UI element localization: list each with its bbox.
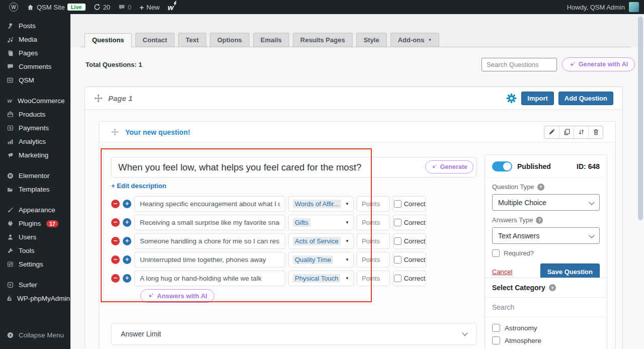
answer-text-input[interactable] <box>134 252 285 268</box>
sidebar-item-pages[interactable]: Pages <box>0 46 70 60</box>
remove-answer-button[interactable]: − <box>111 218 120 227</box>
scrollbar-thumb[interactable] <box>638 17 643 220</box>
remove-answer-button[interactable]: − <box>111 237 120 245</box>
correct-checkbox[interactable] <box>394 275 401 282</box>
points-input[interactable] <box>357 215 390 230</box>
tab-style[interactable]: Style <box>356 33 387 47</box>
generate-with-ai-button[interactable]: Generate with AI <box>562 57 635 71</box>
answer-text-input[interactable] <box>134 196 285 212</box>
sidebar-item-comments[interactable]: Comments <box>0 60 70 73</box>
answer-text-input[interactable] <box>134 271 285 286</box>
add-answer-button[interactable]: + <box>123 274 131 283</box>
howdy-greeting[interactable]: Howdy, QSM Admin <box>567 4 625 11</box>
sidebar-item-marketing[interactable]: Marketing <box>0 148 70 162</box>
avatar[interactable] <box>629 2 639 12</box>
points-input[interactable] <box>357 252 390 268</box>
tab-contact[interactable]: Contact <box>135 33 175 47</box>
help-icon[interactable]: ? <box>536 217 543 224</box>
correct-answer-toggle[interactable]: Correct <box>393 215 426 230</box>
tab-add-ons[interactable]: Add-ons▼ <box>390 33 440 47</box>
answer-text-input[interactable] <box>134 215 285 230</box>
edit-description-link[interactable]: + Edit description <box>111 182 166 190</box>
category-option[interactable]: Astronomy <box>492 324 600 332</box>
correct-answer-toggle[interactable]: Correct <box>393 271 426 286</box>
answer-limit-section[interactable]: Answer Limit <box>111 323 476 345</box>
import-button[interactable]: Import <box>521 92 553 105</box>
correct-checkbox[interactable] <box>394 237 401 245</box>
points-input[interactable] <box>357 196 390 212</box>
comments-menu[interactable]: 0 <box>114 0 135 14</box>
sidebar-item-settings[interactable]: Settings <box>0 257 70 271</box>
sidebar-item-qsm[interactable]: QSM <box>0 73 70 87</box>
answer-category-dropdown[interactable]: Gifts▼ <box>288 215 354 230</box>
tab-results-pages[interactable]: Results Pages <box>293 33 353 47</box>
add-answer-button[interactable]: + <box>123 200 131 208</box>
wordpress-logo-icon[interactable]: W <box>5 0 22 14</box>
question-type-select[interactable]: Multiple Choice <box>492 194 600 211</box>
category-checkbox[interactable] <box>492 324 500 332</box>
search-questions-input[interactable] <box>481 58 557 71</box>
answer-category-dropdown[interactable]: Physical Touch▼ <box>288 271 354 286</box>
sidebar-item-users[interactable]: Users <box>0 230 70 244</box>
tab-options[interactable]: Options <box>210 33 250 47</box>
sidebar-item-analytics[interactable]: Analytics <box>0 135 70 148</box>
points-input[interactable] <box>357 271 390 286</box>
edit-question-button[interactable] <box>544 126 559 138</box>
sidebar-item-products[interactable]: Products <box>0 108 70 121</box>
site-menu[interactable]: QSM Site Live <box>22 0 90 14</box>
sidebar-item-elementor[interactable]: Elementor <box>0 169 70 183</box>
category-option[interactable]: Atmosphere <box>492 336 600 344</box>
correct-checkbox[interactable] <box>394 200 401 208</box>
sidebar-item-posts[interactable]: Posts <box>0 19 70 33</box>
remove-answer-button[interactable]: − <box>111 255 120 264</box>
collapse-menu-button[interactable]: Collapse Menu <box>0 328 70 342</box>
sidebar-item-surfer[interactable]: Surfer <box>0 278 70 292</box>
sidebar-item-media[interactable]: Media <box>0 33 70 46</box>
correct-answer-toggle[interactable]: Correct <box>393 252 426 268</box>
surferseo-menu[interactable]: w <box>164 0 178 14</box>
answer-category-dropdown[interactable]: Acts of Service▼ <box>288 233 354 249</box>
correct-answer-toggle[interactable]: Correct <box>393 233 426 249</box>
sidebar-item-tools[interactable]: Tools <box>0 244 70 257</box>
correct-checkbox[interactable] <box>394 219 401 226</box>
answer-text-input[interactable] <box>134 233 285 249</box>
add-answer-button[interactable]: + <box>123 218 131 227</box>
sidebar-item-plugins[interactable]: Plugins17 <box>0 217 70 230</box>
remove-answer-button[interactable]: − <box>111 274 120 283</box>
question-title-link[interactable]: Your new question! <box>125 128 190 136</box>
answer-category-dropdown[interactable]: Words of Affir...▼ <box>288 196 354 212</box>
tab-emails[interactable]: Emails <box>253 33 289 47</box>
category-search-input[interactable] <box>485 298 607 317</box>
question-text-input[interactable] <box>111 157 476 178</box>
sidebar-item-appearance[interactable]: Appearance <box>0 203 70 217</box>
sidebar-item-wp-phpmyadmin[interactable]: WP-phpMyAdmin <box>0 292 70 305</box>
sidebar-item-woocommerce[interactable]: WWooCommerce <box>0 94 70 108</box>
correct-checkbox[interactable] <box>394 256 401 264</box>
tab-questions[interactable]: Questions <box>85 33 132 48</box>
cancel-link[interactable]: Cancel <box>492 268 512 276</box>
sidebar-item-payments[interactable]: $Payments <box>0 121 70 135</box>
delete-question-button[interactable] <box>588 126 603 138</box>
answers-type-select[interactable]: Text Answers <box>492 227 600 244</box>
generate-question-ai-button[interactable]: Generate <box>425 160 473 173</box>
help-icon[interactable]: ? <box>549 284 556 291</box>
help-icon[interactable]: ? <box>537 184 544 191</box>
answers-with-ai-button[interactable]: Answers with AI <box>140 289 214 303</box>
add-answer-button[interactable]: + <box>123 255 131 264</box>
points-input[interactable] <box>357 233 390 249</box>
sidebar-item-templates[interactable]: Templates <box>0 183 70 196</box>
page-move-handle[interactable] <box>94 94 103 103</box>
new-content-menu[interactable]: + New <box>135 0 164 14</box>
add-answer-button[interactable]: + <box>123 237 131 245</box>
remove-answer-button[interactable]: − <box>111 200 120 208</box>
answer-category-dropdown[interactable]: Quality Time▼ <box>288 252 354 268</box>
add-question-button[interactable]: Add Question <box>558 92 613 105</box>
tab-text[interactable]: Text <box>178 33 206 47</box>
published-toggle[interactable] <box>492 161 512 171</box>
category-checkbox[interactable] <box>492 336 500 344</box>
required-checkbox[interactable] <box>492 249 500 257</box>
page-settings-gear-icon[interactable] <box>506 93 517 104</box>
correct-answer-toggle[interactable]: Correct <box>393 196 426 212</box>
question-move-handle[interactable] <box>111 128 119 136</box>
reorder-question-button[interactable] <box>574 126 588 138</box>
